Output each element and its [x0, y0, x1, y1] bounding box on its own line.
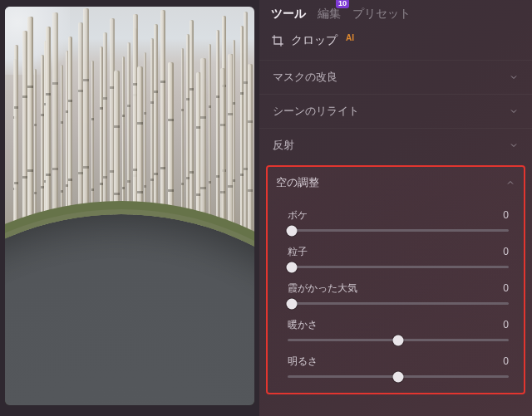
slider-bokeh-thumb[interactable] — [287, 225, 298, 236]
slider-haze: 霞がかった大気 0 — [288, 281, 509, 305]
slider-warmth-thumb[interactable] — [393, 335, 404, 345]
slider-warmth: 暖かさ 0 — [288, 318, 509, 341]
slider-bright-thumb[interactable] — [393, 371, 404, 382]
slider-grain-track[interactable] — [288, 266, 509, 268]
slider-haze-thumb[interactable] — [287, 298, 298, 309]
slider-haze-track[interactable] — [288, 302, 509, 305]
crop-ai-badge: AI — [346, 33, 354, 42]
image-preview-area — [0, 0, 259, 416]
section-reflect: 反射 — [259, 128, 532, 162]
section-mask-title: マスクの改良 — [273, 70, 337, 85]
section-sky-highlight: 空の調整 ボケ 0 粒子 — [266, 165, 525, 394]
section-mask-head[interactable]: マスクの改良 — [259, 61, 532, 94]
photo-sky — [5, 7, 70, 75]
tab-tools[interactable]: ツール — [271, 7, 306, 22]
slider-warmth-value: 0 — [503, 319, 509, 330]
section-sky-head[interactable]: 空の調整 — [268, 167, 524, 197]
slider-warmth-track[interactable] — [288, 339, 509, 341]
chevron-down-icon — [509, 72, 519, 82]
photo-road — [5, 214, 254, 405]
preview-photo[interactable] — [5, 7, 254, 405]
tab-edit[interactable]: 編集 10 — [318, 7, 341, 22]
section-relight-head[interactable]: シーンのリライト — [259, 95, 532, 128]
slider-bokeh-track[interactable] — [288, 229, 509, 232]
slider-grain-label: 粒子 — [288, 245, 308, 259]
slider-grain-value: 0 — [503, 246, 509, 257]
panel-tabs: ツール 編集 10 プリセット — [259, 0, 532, 25]
section-reflect-head[interactable]: 反射 — [259, 129, 532, 162]
section-reflect-title: 反射 — [273, 138, 294, 153]
tab-edit-badge: 10 — [336, 0, 349, 8]
section-mask: マスクの改良 — [259, 60, 532, 94]
section-relight: シーンのリライト — [259, 94, 532, 128]
tab-edit-label: 編集 — [318, 7, 341, 20]
section-relight-title: シーンのリライト — [273, 104, 359, 119]
sky-sliders: ボケ 0 粒子 0 — [268, 197, 524, 378]
slider-grain-thumb[interactable] — [287, 262, 298, 272]
slider-bright-track[interactable] — [288, 375, 509, 378]
chevron-down-icon — [509, 106, 519, 116]
slider-grain: 粒子 0 — [288, 245, 509, 268]
slider-haze-label: 霞がかった大気 — [288, 281, 357, 296]
slider-bright-value: 0 — [503, 355, 509, 367]
slider-bokeh-label: ボケ — [288, 208, 308, 223]
chevron-down-icon — [509, 140, 519, 150]
crop-label: クロップ — [291, 33, 337, 48]
tab-presets[interactable]: プリセット — [352, 7, 411, 22]
app-root: ツール 編集 10 プリセット クロップ AI マスクの改良 — [0, 0, 532, 416]
chevron-up-icon — [505, 178, 515, 188]
crop-icon — [271, 34, 284, 47]
slider-bright: 明るさ 0 — [288, 355, 509, 378]
section-sky-title: 空の調整 — [276, 175, 319, 190]
slider-bright-label: 明るさ — [288, 355, 318, 369]
slider-bokeh: ボケ 0 — [288, 208, 509, 232]
slider-warmth-label: 暖かさ — [288, 318, 318, 332]
slider-haze-value: 0 — [503, 282, 509, 294]
crop-tool-row[interactable]: クロップ AI — [259, 25, 532, 60]
side-panel: ツール 編集 10 プリセット クロップ AI マスクの改良 — [259, 0, 532, 416]
slider-bokeh-value: 0 — [503, 209, 509, 221]
